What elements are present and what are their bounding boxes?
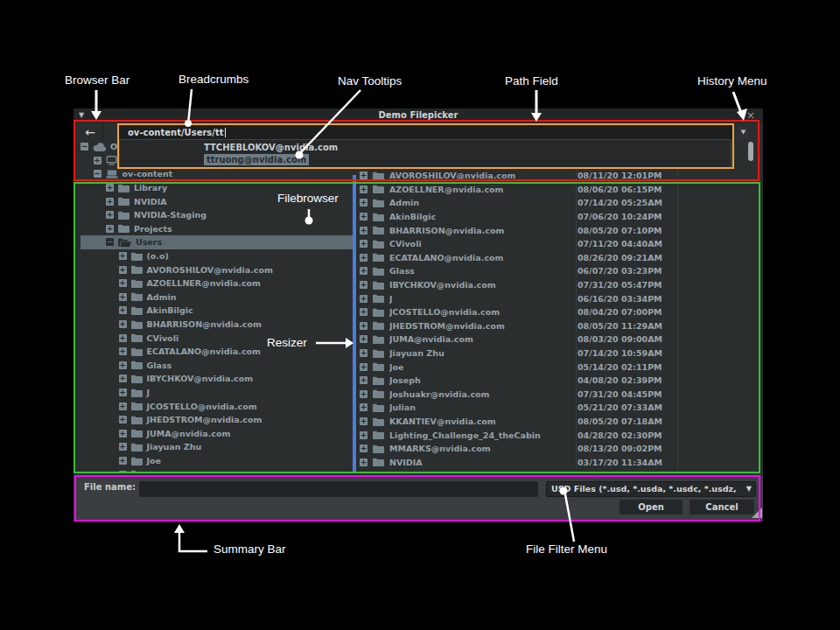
expander-icon[interactable]: + [360,335,368,343]
expander-icon[interactable]: + [360,363,368,371]
expander-icon[interactable]: + [360,295,368,303]
list-item[interactable]: +IBYCHKOV@nvidia.com07/31/20 05:47PM [357,278,760,292]
expander-icon[interactable]: + [119,361,127,369]
tree-item[interactable]: −ov-content [80,167,353,181]
expander-icon[interactable]: − [80,143,88,150]
tree-item[interactable]: +JHEDSTROM@nvidia.com [80,413,353,427]
expander-icon[interactable]: + [360,281,368,289]
tree-item[interactable]: +AZOELLNER@nvidia.com [80,276,353,290]
tree-item[interactable]: +ECATALANO@nvidia.com [80,345,353,359]
expander-icon[interactable]: + [360,267,368,275]
expander-icon[interactable]: − [106,238,114,246]
tree-item[interactable]: +Glass [80,359,353,373]
list-item[interactable]: +Joshuakr@nvidia.com07/31/20 04:45PM [357,388,760,402]
list-item[interactable]: +ECATALANO@nvidia.com08/26/20 09:21AM [357,251,760,265]
list-item[interactable]: +MMARKS@nvidia.com08/13/20 09:02PM [357,442,760,456]
list-item[interactable]: +BHARRISON@nvidia.com08/05/20 07:10PM [357,223,760,237]
expander-icon[interactable]: + [119,457,127,465]
expander-icon[interactable]: + [360,376,368,384]
expander-icon[interactable]: + [360,186,368,193]
tree-item[interactable]: +AVOROSHILOV@nvidia.com [80,262,353,276]
tree-item[interactable]: −Users [80,235,353,249]
list-item[interactable]: +JHEDSTROM@nvidia.com08/05/20 11:29AM [357,319,760,333]
expander-icon[interactable]: + [119,388,127,396]
expander-icon[interactable]: + [360,172,368,179]
list-item[interactable]: +AkinBilgic07/06/20 10:24PM [357,210,760,224]
expander-icon[interactable]: + [106,225,114,233]
list-item[interactable]: +CVivoli07/11/20 04:40AM [357,237,760,251]
list-item[interactable]: +Jiayuan Zhu07/14/20 10:59AM [357,346,760,360]
expander-icon[interactable]: + [360,431,368,439]
nav-tooltip-item[interactable]: TTCHEBLOKOV@nvidia.com [120,140,731,154]
expander-icon[interactable]: + [119,252,127,260]
tree-item[interactable]: +JUMA@nvidia.com [80,427,353,441]
expander-icon[interactable]: + [119,430,127,438]
list-item[interactable]: +KKANTIEV@nvidia.com08/05/20 07:18AM [357,415,760,429]
expander-icon[interactable]: + [119,471,127,473]
expander-icon[interactable]: + [360,227,368,234]
expander-icon[interactable]: + [360,444,368,452]
expander-icon[interactable]: + [119,402,127,410]
expander-icon[interactable]: + [119,306,127,314]
expander-icon[interactable]: + [360,458,368,466]
tree-item[interactable]: +CVivoli [80,331,353,345]
list-item[interactable]: +AZOELLNER@nvidia.com08/06/20 06:15PM [357,183,760,197]
close-icon[interactable]: × [746,108,755,122]
tree-item[interactable]: +Jiayuan Zhu [80,440,353,454]
expander-icon[interactable]: − [94,170,102,178]
expander-icon[interactable]: + [360,240,368,248]
list-item[interactable]: +Glass06/07/20 03:23PM [357,264,760,278]
back-button[interactable]: ← [78,123,102,141]
resize-grip[interactable] [751,507,762,519]
expander-icon[interactable]: + [119,293,127,301]
resizer-highlight[interactable] [353,175,356,473]
cancel-button[interactable]: Cancel [690,500,754,514]
expander-icon[interactable]: + [119,347,127,355]
expander-icon[interactable]: + [119,443,127,451]
list-item[interactable]: +Admin07/14/20 05:25AM [357,196,760,210]
tree-item[interactable]: +(o.o) [80,249,353,263]
expander-icon[interactable]: + [360,322,368,330]
expander-icon[interactable]: + [106,211,114,219]
expander-icon[interactable]: + [106,184,114,192]
expander-icon[interactable]: + [360,403,368,411]
list-item[interactable]: +JUMA@nvidia.com08/03/20 09:00AM [357,332,760,346]
expander-icon[interactable]: + [106,198,114,206]
expander-icon[interactable]: + [360,349,368,357]
tree-item[interactable]: +Projects [80,222,353,236]
expander-icon[interactable]: + [360,472,368,473]
title-bar[interactable]: ▼ Demo Filepicker × [74,108,763,122]
list-item[interactable]: +J06/16/20 03:34PM [357,291,760,305]
list-item[interactable]: +Lighting_Challenge_24_theCabin04/28/20 … [357,428,760,442]
expander-icon[interactable]: + [119,416,127,424]
file-name-input[interactable] [139,481,538,497]
tree-item[interactable]: +Joe [80,454,353,468]
tree-item[interactable]: +NVIDIA-Staging [80,208,353,222]
tree-item[interactable]: +IBYCHKOV@nvidia.com [80,372,353,386]
tree-item[interactable]: +BHARRISON@nvidia.com [80,318,353,332]
list-item[interactable]: +Joseph04/08/20 02:39PM [357,374,760,388]
open-button[interactable]: Open [620,500,682,514]
expander-icon[interactable]: + [119,320,127,328]
tree-item[interactable]: +Admin [80,290,353,304]
expander-icon[interactable]: + [119,374,127,382]
expander-icon[interactable]: + [119,334,127,342]
list-item[interactable]: +Julian05/21/20 07:33AM [357,401,760,415]
expander-icon[interactable]: + [360,254,368,262]
list-item[interactable]: +NVIDIA03/17/20 11:34AM [357,456,760,470]
expander-icon[interactable]: + [360,417,368,425]
nav-tooltip-item[interactable]: ttruong@nvidia.com [120,154,731,167]
list-item[interactable]: +AVOROSHILOV@nvidia.com08/11/20 12:01PM [357,169,760,183]
file-filter-menu[interactable]: USD Files (*.usd, *.usda, *.usdc, *.usdz… [546,481,756,497]
tree-item[interactable]: +JCOSTELLO@nvidia.com [80,399,353,413]
expander-icon[interactable]: + [360,213,368,220]
list-item[interactable]: +Joe05/14/20 02:11PM [357,360,760,374]
expander-icon[interactable]: + [360,308,368,316]
list-item[interactable]: +JCOSTELLO@nvidia.com08/04/20 07:00PM [357,305,760,319]
tree-item[interactable]: +Joseph [80,467,353,473]
tree-item[interactable]: +J [80,386,353,400]
expander-icon[interactable]: + [360,390,368,398]
expander-icon[interactable]: + [119,266,127,274]
nav-tooltip-selected[interactable]: ttruong@nvidia.com [204,154,309,165]
expander-icon[interactable]: + [119,279,127,287]
